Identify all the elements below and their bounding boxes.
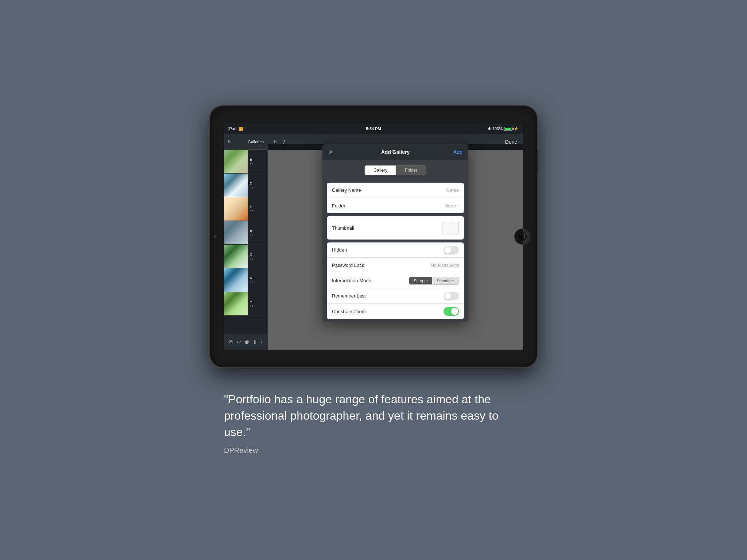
trash-icon[interactable]: 🗑	[244, 339, 249, 345]
password-lock-row[interactable]: Password Lock No Password	[327, 258, 464, 273]
list-item[interactable]: B 20	[224, 221, 267, 245]
bluetooth-icon: ✱	[488, 127, 491, 131]
gallery-count: 57	[250, 162, 265, 166]
status-right: ✱ 100% ⚡	[488, 127, 519, 131]
interpolation-row: Interpolation Mode Sharper Smoother	[327, 273, 464, 288]
modal-header: ✕ ? Add Gallery Add	[322, 144, 468, 160]
camera-dot	[214, 235, 217, 238]
list-item[interactable]: D 23	[224, 197, 267, 221]
gallery-count: 18	[250, 281, 265, 284]
hidden-row: Hidden	[327, 242, 464, 258]
sidebar-refresh-icon[interactable]: ↻	[228, 139, 232, 145]
battery-icon	[504, 127, 512, 131]
gallery-name: R	[250, 276, 265, 280]
password-lock-value: No Password	[431, 262, 459, 268]
gallery-name: C	[250, 182, 265, 185]
remember-last-toggle[interactable]	[444, 292, 459, 300]
quote-section: "Portfolio has a huge range of features …	[209, 391, 538, 454]
list-item[interactable]: C 21	[224, 245, 267, 268]
modal-overlay: ✕ ? Add Gallery Add Gallery Folder	[268, 144, 523, 350]
interpolation-control: Sharper Smoother	[409, 277, 459, 285]
sharper-button[interactable]: Sharper	[409, 277, 432, 284]
gallery-name-row: Gallery Name Name	[327, 183, 464, 198]
device-name-label: iPad	[228, 127, 236, 131]
modal-title: Add Gallery	[381, 149, 410, 155]
sidebar: ↻ Galleries E 57 C 59	[224, 134, 268, 350]
settings-section: Hidden Password Lock No Password Interpo…	[327, 242, 464, 319]
thumbnail-placeholder[interactable]	[442, 222, 459, 234]
constrain-zoom-toggle[interactable]	[444, 307, 459, 316]
modal-close-button[interactable]: ✕	[328, 149, 333, 156]
side-button	[537, 150, 538, 172]
password-lock-label: Password Lock	[332, 262, 431, 268]
folder-row[interactable]: Folder None ›	[327, 198, 464, 213]
gallery-name-input[interactable]: Name	[446, 187, 459, 193]
quote-text: "Portfolio has a huge range of features …	[224, 391, 523, 440]
gallery-count: 14	[250, 304, 265, 308]
status-left: iPad 📶	[228, 127, 243, 131]
wifi-icon: 📶	[239, 127, 243, 131]
ipad-device: iPad 📶 5:54 PM ✱ 100% ⚡ ↻ Galleries	[209, 105, 538, 368]
gallery-count: 21	[250, 257, 265, 260]
status-time: 5:54 PM	[366, 127, 381, 131]
name-folder-section: Gallery Name Name Folder None ›	[327, 183, 464, 213]
gallery-name: B	[250, 229, 265, 233]
segmented-inner: Gallery Folder	[364, 165, 426, 175]
bottom-toolbar: 👁 ↩ 🗑 ⬆ +	[224, 334, 268, 350]
sidebar-title: Galleries	[248, 140, 264, 144]
gallery-name: V	[250, 300, 265, 304]
screen-content: ↻ Galleries E 57 C 59	[224, 134, 523, 350]
gallery-name: E	[250, 158, 265, 162]
battery-fill	[505, 128, 511, 130]
interpolation-label: Interpolation Mode	[332, 278, 409, 283]
folder-tab[interactable]: Folder	[396, 166, 426, 175]
gallery-count: 20	[250, 233, 265, 237]
thumbnail-label: Thumbnail	[332, 225, 354, 231]
modal-add-button[interactable]: Add	[453, 149, 462, 155]
type-segmented-control: Gallery Folder	[322, 160, 468, 180]
battery-percent-label: 100%	[492, 127, 503, 131]
add-gallery-modal: ✕ ? Add Gallery Add Gallery Folder	[322, 144, 468, 322]
folder-label: Folder	[332, 203, 445, 209]
gallery-tab[interactable]: Gallery	[365, 166, 396, 175]
hidden-toggle[interactable]	[444, 246, 459, 254]
remember-last-label: Remember Last	[332, 293, 444, 299]
charging-icon: ⚡	[514, 127, 519, 131]
gallery-name-label: Gallery Name	[332, 187, 446, 193]
sidebar-header: ↻ Galleries	[224, 134, 267, 150]
constrain-zoom-label: Constrain Zoom	[332, 309, 444, 314]
list-item[interactable]: C 59	[224, 174, 267, 197]
hidden-label: Hidden	[332, 247, 444, 253]
eye-icon[interactable]: 👁	[228, 339, 233, 345]
main-area: ↻ ? Done ✕ ? Add Gallery Add	[268, 134, 523, 350]
status-bar: iPad 📶 5:54 PM ✱ 100% ⚡	[224, 124, 523, 134]
gallery-name: D	[250, 205, 265, 209]
add-icon[interactable]: +	[260, 339, 263, 345]
undo-icon[interactable]: ↩	[237, 339, 241, 345]
chevron-right-icon: ›	[457, 203, 459, 208]
share-icon[interactable]: ⬆	[253, 339, 257, 345]
list-item[interactable]: V 14	[224, 292, 267, 316]
gallery-name: C	[250, 253, 265, 256]
constrain-zoom-row: Constrain Zoom	[327, 304, 464, 319]
smoother-button[interactable]: Smoother	[432, 277, 458, 284]
quote-source: DPReview	[224, 446, 523, 455]
list-item[interactable]: E 57	[224, 150, 267, 174]
gallery-count: 23	[250, 210, 265, 213]
remember-last-row: Remember Last	[327, 288, 464, 304]
list-item[interactable]: R 18	[224, 268, 267, 292]
thumbnail-section: Thumbnail	[327, 216, 464, 240]
ipad-screen: iPad 📶 5:54 PM ✱ 100% ⚡ ↻ Galleries	[224, 124, 523, 350]
folder-value: None	[445, 203, 456, 209]
gallery-count: 59	[250, 186, 265, 189]
